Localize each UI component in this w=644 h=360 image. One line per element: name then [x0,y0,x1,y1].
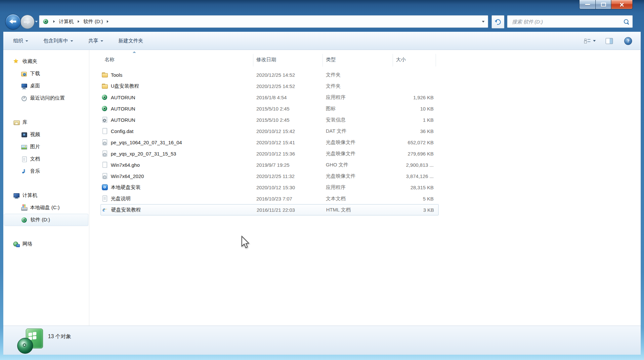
toolbar-item[interactable]: 组织 [13,38,28,44]
sidebar-item[interactable]: 图片 [3,141,89,153]
file-icon [102,116,108,123]
chevron-down-icon [25,40,28,42]
sidebar-item[interactable]: 计算机 [3,189,89,202]
back-button[interactable] [5,14,21,29]
file-size: 36 KB [396,128,434,134]
column-header-date[interactable]: 修改日期 [256,57,276,63]
file-name: pe_yqs_1064_20_07_31_16_04 [108,140,256,145]
sidebar-item[interactable]: 网络 [3,238,89,250]
column-divider[interactable] [253,54,253,67]
table-row[interactable]: 硬盘安装教程 2016/11/21 22:03 HTML 文档 3 KB [101,204,439,215]
table-row[interactable]: Win7x64.gho 2019/9/7 19:25 GHO 文件 2,900,… [90,159,641,170]
file-type: 应用程序 [326,94,396,101]
file-type: 光盘映像文件 [326,173,396,179]
file-icon [102,94,108,101]
table-row[interactable]: Tools 2020/12/25 14:52 文件夹 [90,69,641,80]
toolbar-item-label: 包含到库中 [43,38,68,44]
file-date-modified: 2015/5/10 2:45 [256,117,326,123]
sidebar-item[interactable]: 视频 [3,128,89,141]
file-type: HTML 文档 [326,207,396,213]
views-dropdown-icon[interactable] [593,40,596,42]
file-name: Tools [108,72,256,78]
file-date-modified: 2020/12/25 14:52 [256,83,326,89]
column-divider[interactable] [436,54,436,67]
views-icon[interactable] [584,38,590,43]
toolbar-item[interactable]: 包含到库中 [43,38,73,44]
table-row[interactable]: 本地硬盘安装 2020/10/12 15:30 应用程序 28,315 KB [90,182,641,193]
file-size: 279,696 KB [396,151,434,157]
file-date-modified: 2016/11/21 22:03 [257,207,326,213]
sidebar-item-icon [21,95,27,102]
file-size: 10 KB [396,106,434,112]
sidebar-item-icon [21,144,27,150]
toolbar-item[interactable]: 共享 [88,38,103,44]
address-dropdown-icon[interactable] [482,21,485,22]
toolbar-items: 组织 包含到库中 共享 新建文件夹 [13,38,158,44]
history-dropdown-icon[interactable] [35,21,38,22]
sidebar-item[interactable]: 本地磁盘 (C:) [3,202,89,214]
sidebar-item[interactable]: 库 [3,116,89,128]
back-arrow-icon [9,19,16,24]
file-date-modified: 2020/10/12 15:41 [256,140,326,145]
file-type: GHO 文件 [326,162,396,168]
file-size: 2,900,813 ... [396,162,434,168]
search-input[interactable] [511,19,621,25]
refresh-button[interactable] [492,15,504,28]
table-row[interactable]: pe_yqs_1064_20_07_31_16_04 2020/10/12 15… [90,137,641,148]
file-type: 安装信息 [326,117,396,123]
column-header-name[interactable]: 名称 [105,57,114,63]
column-header-type[interactable]: 类型 [326,57,336,63]
sidebar-item[interactable]: 文档 [3,153,89,165]
sidebar-item[interactable]: 最近访问的位置 [3,92,89,104]
sidebar-item-icon [13,119,20,126]
forward-button[interactable] [21,15,34,29]
sidebar-item-icon [13,58,20,65]
sidebar-item[interactable]: 软件 (D:) [4,214,88,226]
table-row[interactable]: Config.dat 2020/10/12 15:42 DAT 文件 36 KB [90,125,641,137]
file-icon [102,206,108,213]
item-count-label: 13 个对象 [48,333,71,340]
file-icon [102,105,108,112]
file-name: 本地硬盘安装 [108,184,256,191]
maximize-button[interactable] [596,0,611,9]
preview-pane-icon[interactable] [606,38,613,44]
breadcrumb-item-drive-d[interactable]: 软件 (D:) [83,17,104,26]
table-row[interactable]: AUTORUN 2015/5/10 2:45 图标 10 KB [90,103,641,114]
file-icon [102,195,108,202]
help-icon[interactable] [624,37,632,45]
sidebar-item[interactable]: 下载 [3,68,89,80]
toolbar-item-label: 共享 [88,38,98,44]
file-icon [102,184,108,191]
table-row[interactable]: AUTORUN 2015/5/10 2:45 安装信息 1 KB [90,114,641,125]
column-header-size[interactable]: 大小 [396,57,406,63]
column-divider[interactable] [322,54,323,67]
table-row[interactable]: pe_yqs_xp_20_07_31_15_53 2020/10/12 15:3… [90,148,641,159]
address-bar[interactable]: 计算机 软件 (D:) [39,15,488,28]
minimize-button[interactable] [579,0,596,9]
table-row[interactable]: Win7x64_2020 2020/12/25 11:32 光盘映像文件 3,8… [90,170,641,182]
file-size: 3,874,126 ... [396,173,434,179]
toolbar-item[interactable]: 新建文件夹 [118,38,143,44]
file-type: 文本文档 [326,196,396,202]
disc-icon [17,338,33,354]
close-button[interactable] [611,0,633,9]
breadcrumb-item-computer[interactable]: 计算机 [58,17,74,26]
file-type: 光盘映像文件 [326,151,396,157]
sidebar-item[interactable]: 桌面 [3,80,89,92]
table-row[interactable]: AUTORUN 2016/1/8 4:54 应用程序 1,926 KB [90,92,641,103]
breadcrumb-separator-icon [107,20,108,23]
file-icon [102,128,108,134]
status-bar: 13 个对象 [3,326,641,355]
file-name: U盘安装教程 [108,83,256,89]
column-divider[interactable] [393,54,393,67]
sidebar-item-label: 图片 [30,144,40,150]
table-row[interactable]: 光盘说明 2016/10/23 7:07 文本文档 5 KB [90,193,641,204]
navigation-pane: 收藏夹 下载 桌面 最近访问的位置 库 视频 图片 文档 [3,50,89,326]
sidebar-item-icon [21,156,27,162]
table-row[interactable]: U盘安装教程 2020/12/25 14:52 文件夹 [90,80,641,92]
file-type: 光盘映像文件 [326,139,396,146]
sidebar-item-label: 最近访问的位置 [30,95,65,101]
sidebar-item[interactable]: 收藏夹 [3,55,89,68]
sidebar-item-label: 视频 [30,131,40,138]
sidebar-item[interactable]: 音乐 [3,165,89,177]
